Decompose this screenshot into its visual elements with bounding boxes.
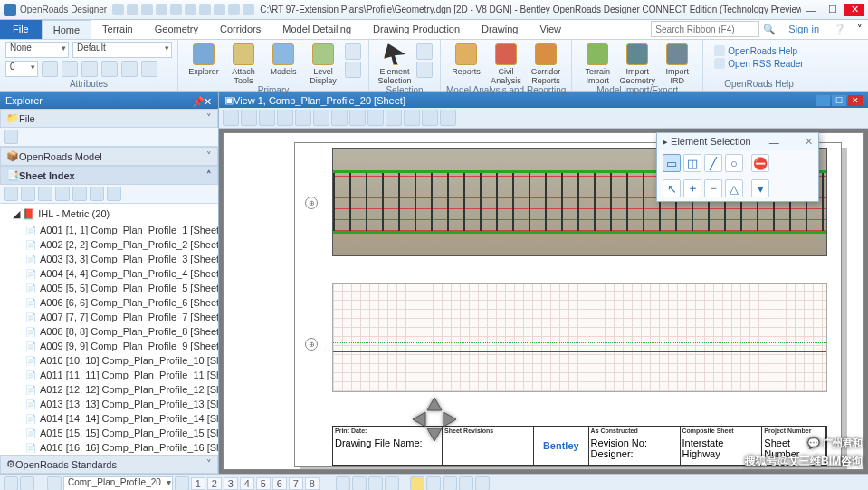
sheet-item[interactable]: A006 [6, 6] Comp_Plan_Profile_6 [Sheet] <box>2 295 216 310</box>
maximize-button[interactable]: ☐ <box>823 4 843 16</box>
attr-btn-6[interactable] <box>141 61 157 77</box>
attr-btn-4[interactable] <box>101 61 118 77</box>
section-sheet-index[interactable]: 📑 Sheet Index˄ <box>0 166 218 185</box>
tab-terrain[interactable]: Terrain <box>91 20 144 39</box>
sheet-item[interactable]: A015 [15, 15] Comp_Plan_Profile_15 [Shee… <box>2 426 216 440</box>
tab-geometry[interactable]: Geometry <box>144 20 209 39</box>
sheet-item[interactable]: A001 [1, 1] Comp_Plan_Profile_1 [Sheet] <box>2 223 216 237</box>
sel-sm-2[interactable] <box>416 62 433 78</box>
ribbon-collapse-icon[interactable]: ˅ <box>852 20 868 39</box>
attr-btn-5[interactable] <box>121 61 138 77</box>
pin-icon[interactable]: 📌 <box>192 96 201 105</box>
sel-mode-circle-icon[interactable]: ○ <box>725 154 743 172</box>
section-file[interactable]: 📁 File˅ <box>0 109 218 128</box>
tool-icon-a[interactable] <box>336 476 350 491</box>
sel-clear-icon[interactable]: ⛔ <box>751 154 769 172</box>
section-openroads-model[interactable]: 📦 OpenRoads Model˅ <box>0 147 218 166</box>
sel-sm-1[interactable] <box>416 43 433 60</box>
view-tab-6[interactable]: 6 <box>272 477 287 490</box>
view-tab-2[interactable]: 2 <box>207 477 222 490</box>
attr-btn-3[interactable] <box>81 61 98 77</box>
sheet-toolbar[interactable] <box>0 185 218 204</box>
tab-drawing-production[interactable]: Drawing Production <box>362 20 471 39</box>
element-selection-button[interactable]: Element Selection <box>375 42 415 85</box>
sheet-item[interactable]: A011 [11, 11] Comp_Plan_Profile_11 [Shee… <box>2 368 216 382</box>
view-close-icon[interactable]: ✕ <box>848 95 863 106</box>
search-icon[interactable]: 🔍 <box>759 20 779 39</box>
view-tab-7[interactable]: 7 <box>289 477 303 490</box>
reports-button[interactable]: Reports <box>446 42 486 85</box>
tab-model-detailing[interactable]: Model Detailing <box>272 20 362 39</box>
sheet-item[interactable]: A016 [16, 16] Comp_Plan_Profile_16 [Shee… <box>2 440 216 455</box>
tool-icon-f[interactable] <box>426 476 441 491</box>
view-tab-1[interactable]: 1 <box>191 477 205 490</box>
view-min-icon[interactable]: — <box>816 95 830 106</box>
views-icon[interactable] <box>175 476 189 491</box>
sel-options-icon[interactable]: ▾ <box>751 179 769 197</box>
file-toolbar[interactable] <box>0 128 218 147</box>
sel-mode-individual-icon[interactable]: ▭ <box>663 154 681 172</box>
tool-icon-c[interactable] <box>368 476 383 491</box>
models-icon[interactable] <box>47 476 62 491</box>
view-tab-3[interactable]: 3 <box>224 477 238 490</box>
view-toolbar[interactable] <box>219 108 868 129</box>
sheet-item[interactable]: A005 [5, 5] Comp_Plan_Profile_5 [Sheet] <box>2 281 216 295</box>
sheet-item[interactable]: A003 [3, 3] Comp_Plan_Profile_3 [Sheet] <box>2 252 216 266</box>
ribbon-search[interactable] <box>651 21 759 37</box>
sheet-item[interactable]: A008 [8, 8] Comp_Plan_Profile_8 [Sheet] <box>2 324 216 339</box>
panel-close-icon[interactable]: ✕ <box>204 96 213 105</box>
close-button[interactable]: ✕ <box>844 4 864 16</box>
float-more-icon[interactable]: — <box>769 137 779 148</box>
section-standards[interactable]: ⚙ OpenRoads Standards˅ <box>0 455 218 474</box>
primary-sm-2[interactable] <box>345 62 361 78</box>
file-tab[interactable]: File <box>0 20 42 39</box>
attr-combo-1[interactable]: None <box>5 42 69 58</box>
sheet-item[interactable]: A010 [10, 10] Comp_Plan_Profile_10 [Shee… <box>2 353 216 368</box>
sel-method-new-icon[interactable]: ↖ <box>663 179 681 197</box>
openroads-help-link[interactable]: OpenRoads Help <box>714 45 803 56</box>
sheet-tree[interactable]: ◢ 📕 IHL - Metric (20) A001 [1, 1] Comp_P… <box>0 204 218 455</box>
import-geometry-button[interactable]: Import Geometry <box>617 42 657 85</box>
explorer-button[interactable]: Explorer <box>184 42 224 85</box>
tool-icon-i[interactable] <box>475 476 490 491</box>
sheet-item[interactable]: A002 [2, 2] Comp_Plan_Profile_2 [Sheet] <box>2 237 216 252</box>
sheet-item[interactable]: A012 [12, 12] Comp_Plan_Profile_12 [Shee… <box>2 382 216 397</box>
tab-view[interactable]: View <box>529 20 572 39</box>
terrain-import-button[interactable]: Terrain Import <box>577 42 617 85</box>
tabbar-btn-1[interactable] <box>4 476 18 491</box>
primary-sm-1[interactable] <box>345 43 361 60</box>
sheet-item[interactable]: A009 [9, 9] Comp_Plan_Profile_9 [Sheet] <box>2 339 216 353</box>
tab-drawing[interactable]: Drawing <box>471 20 529 39</box>
element-selection-window[interactable]: Element Selection—✕ ▭ ◫ ╱ ○ ⛔ ↖ ＋ － △ ▾ <box>656 132 819 202</box>
attr-combo-2[interactable]: Default <box>72 42 172 58</box>
view-tab-8[interactable]: 8 <box>305 477 320 490</box>
corridor-reports-button[interactable]: Corridor Reports <box>526 42 566 85</box>
sel-mode-line-icon[interactable]: ╱ <box>704 154 722 172</box>
model-combo[interactable]: Comp_Plan_Profile_20 <box>63 476 173 491</box>
tool-icon-b[interactable] <box>352 476 367 491</box>
sel-method-sub-icon[interactable]: － <box>704 179 722 197</box>
tree-root[interactable]: ◢ 📕 IHL - Metric (20) <box>2 206 216 223</box>
tool-icon-d[interactable] <box>385 476 399 491</box>
tool-icon-g[interactable] <box>443 476 457 491</box>
models-button[interactable]: Models <box>263 42 303 85</box>
view-max-icon[interactable]: ☐ <box>832 95 846 106</box>
rss-reader-link[interactable]: Open RSS Reader <box>714 58 803 69</box>
tool-icon-h[interactable] <box>459 476 473 491</box>
signin-link[interactable]: Sign in <box>779 20 828 39</box>
help-icon[interactable]: ❔ <box>828 20 852 39</box>
civil-analysis-button[interactable]: Civil Analysis <box>486 42 526 85</box>
sel-method-add-icon[interactable]: ＋ <box>683 179 701 197</box>
sheet-item[interactable]: A013 [13, 13] Comp_Plan_Profile_13 [Shee… <box>2 397 216 411</box>
sheet-item[interactable]: A014 [14, 14] Comp_Plan_Profile_14 [Shee… <box>2 411 216 426</box>
quick-access-toolbar[interactable] <box>112 4 254 15</box>
tool-icon-e[interactable] <box>410 476 424 491</box>
level-display-button[interactable]: Level Display <box>303 42 343 85</box>
attr-btn-1[interactable] <box>42 61 58 77</box>
sheet-item[interactable]: A004 [4, 4] Comp_Plan_Profile_4 [Sheet] <box>2 266 216 281</box>
tab-corridors[interactable]: Corridors <box>209 20 272 39</box>
float-close-icon[interactable]: ✕ <box>805 136 813 148</box>
minimize-button[interactable]: — <box>801 4 821 16</box>
sel-mode-block-icon[interactable]: ◫ <box>683 154 701 172</box>
sel-method-inv-icon[interactable]: △ <box>725 179 743 197</box>
